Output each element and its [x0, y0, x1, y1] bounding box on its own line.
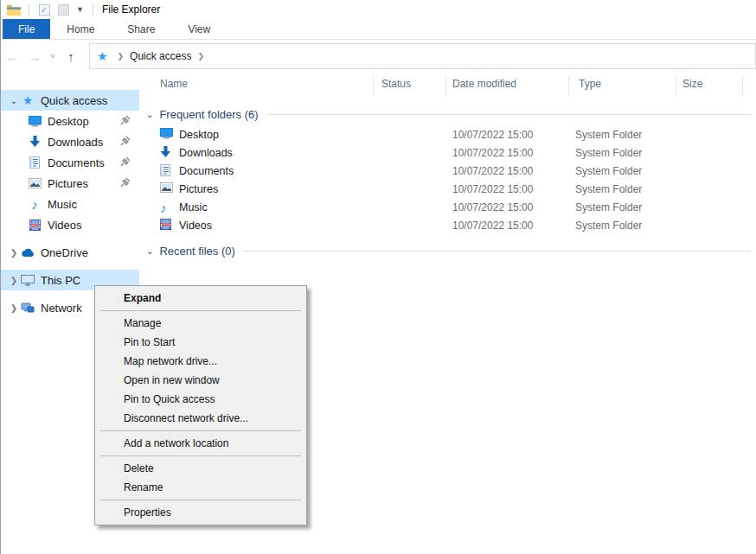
chevron-right-icon[interactable]: ❯: [8, 248, 20, 258]
sidebar-item-quick-access[interactable]: ⌄ ★ Quick access: [1, 90, 139, 111]
column-divider[interactable]: [568, 75, 569, 96]
group-header-recent-files[interactable]: ⌄ Recent files (0): [139, 243, 751, 258]
recent-locations-dropdown-icon[interactable]: ˅: [46, 52, 60, 60]
chevron-right-icon[interactable]: ❯: [8, 303, 20, 313]
titlebar-separator: [29, 3, 29, 16]
cell-name: Music: [179, 199, 208, 217]
cell-type: System Folder: [575, 126, 642, 144]
sidebar-item-label: Videos: [48, 219, 82, 232]
sidebar-item-label: This PC: [41, 274, 80, 287]
chevron-down-icon[interactable]: ⌄: [8, 96, 20, 105]
chevron-down-icon[interactable]: ⌄: [146, 110, 153, 119]
up-button[interactable]: ↑: [60, 49, 82, 64]
breadcrumb-chevron-icon[interactable]: ❯: [118, 52, 125, 60]
cell-date-modified: 10/07/2022 15:00: [452, 199, 533, 217]
sidebar-item-pictures[interactable]: Pictures: [1, 173, 139, 194]
file-explorer-window: ✓ ▼ File Explorer File Home Share View ←…: [0, 0, 756, 554]
sidebar-item-label: OneDrive: [41, 246, 88, 259]
this-pc-icon: [20, 273, 35, 287]
menu-item-delete[interactable]: Delete: [95, 459, 306, 478]
menu-item-rename[interactable]: Rename: [95, 478, 306, 497]
onedrive-icon: [20, 245, 35, 259]
group-header-frequent-folders[interactable]: ⌄ Frequent folders (6): [139, 106, 751, 122]
group-count: (0): [221, 245, 235, 258]
pictures-icon: [160, 182, 174, 196]
address-bar[interactable]: ★ ❯ Quick access ❯: [89, 43, 756, 69]
group-divider-line: [244, 251, 751, 252]
sidebar-item-documents[interactable]: Documents: [1, 152, 139, 173]
chevron-down-icon[interactable]: ⌄: [146, 246, 153, 256]
column-header-date-modified[interactable]: Date modified: [452, 73, 516, 96]
cell-name: Videos: [179, 217, 212, 235]
file-row-pictures[interactable]: Pictures 10/07/2022 15:00 System Folder: [139, 181, 756, 199]
quick-access-star-icon: ★: [97, 49, 108, 63]
videos-icon: [27, 218, 42, 232]
cell-date-modified: 10/07/2022 15:00: [452, 181, 533, 199]
menu-separator: [100, 500, 301, 500]
qat-customize-dropdown-icon[interactable]: ▼: [76, 5, 84, 14]
file-row-documents[interactable]: Documents 10/07/2022 15:00 System Folder: [139, 162, 756, 181]
file-row-desktop[interactable]: Desktop 10/07/2022 15:00 System Folder: [139, 126, 756, 144]
back-button[interactable]: ←: [1, 49, 23, 64]
documents-icon: [27, 156, 42, 169]
sidebar-item-label: Pictures: [48, 177, 88, 190]
cell-type: System Folder: [575, 144, 642, 162]
column-divider[interactable]: [445, 75, 446, 96]
cell-name: Documents: [179, 162, 234, 181]
file-row-downloads[interactable]: Downloads 10/07/2022 15:00 System Folder: [139, 144, 756, 162]
menu-item-pin-to-quick-access[interactable]: Pin to Quick access: [95, 390, 306, 409]
column-header-type[interactable]: Type: [579, 73, 601, 96]
ribbon-tab-bar: File Home Share View: [1, 19, 756, 40]
chevron-right-icon[interactable]: ❯: [8, 276, 20, 285]
tab-home[interactable]: Home: [50, 19, 111, 39]
sidebar-item-videos[interactable]: Videos: [1, 214, 139, 235]
menu-item-properties[interactable]: Properties: [95, 503, 306, 522]
menu-item-open-in-new-window[interactable]: Open in new window: [95, 371, 306, 390]
column-header-size[interactable]: Size: [682, 73, 702, 96]
menu-item-disconnect-network-drive[interactable]: Disconnect network drive...: [95, 409, 306, 428]
sidebar-item-downloads[interactable]: Downloads: [1, 131, 139, 152]
menu-item-expand[interactable]: Expand: [95, 289, 306, 308]
column-header-name[interactable]: Name: [160, 73, 188, 96]
cell-date-modified: 10/07/2022 15:00: [452, 162, 533, 181]
pictures-icon: [27, 176, 42, 190]
sidebar-item-onedrive[interactable]: ❯ OneDrive: [1, 242, 139, 263]
documents-icon: [160, 164, 174, 178]
menu-item-add-a-network-location[interactable]: Add a network location: [95, 434, 306, 453]
qat-new-folder-icon[interactable]: [56, 3, 70, 16]
titlebar-separator-2: [93, 3, 93, 16]
sidebar-item-label: Music: [48, 198, 77, 211]
tab-share[interactable]: Share: [111, 19, 171, 39]
sidebar-item-music[interactable]: ♪ Music: [1, 194, 139, 214]
menu-item-pin-to-start[interactable]: Pin to Start: [95, 333, 306, 352]
music-icon: ♪: [27, 197, 42, 211]
frequent-folders-rows: Desktop 10/07/2022 15:00 System Folder D…: [139, 126, 756, 235]
group-count: (6): [245, 108, 259, 121]
context-menu: Expand Manage Pin to Start Map network d…: [94, 285, 307, 525]
tab-file[interactable]: File: [3, 19, 50, 39]
column-divider[interactable]: [676, 75, 676, 96]
sidebar-item-label: Downloads: [48, 136, 103, 149]
menu-item-map-network-drive[interactable]: Map network drive...: [95, 352, 306, 371]
column-header-status[interactable]: Status: [381, 73, 411, 96]
qat-properties-icon[interactable]: ✓: [37, 3, 51, 16]
cell-date-modified: 10/07/2022 15:00: [452, 217, 533, 235]
breadcrumb-chevron-icon-2[interactable]: ❯: [197, 52, 204, 60]
window-title: File Explorer: [102, 3, 160, 16]
tab-view[interactable]: View: [171, 19, 227, 39]
column-divider[interactable]: [373, 75, 374, 96]
pin-icon: [120, 136, 131, 149]
breadcrumb-quick-access[interactable]: Quick access: [130, 50, 191, 62]
pin-icon: [120, 156, 131, 169]
downloads-icon: [27, 135, 42, 149]
forward-button[interactable]: →: [23, 49, 46, 64]
menu-separator: [100, 430, 301, 431]
column-divider[interactable]: [742, 75, 743, 96]
file-row-videos[interactable]: Videos 10/07/2022 15:00 System Folder: [139, 217, 756, 235]
cell-type: System Folder: [575, 217, 642, 235]
music-icon: ♪: [160, 201, 174, 214]
cell-name: Pictures: [179, 181, 218, 199]
menu-item-manage[interactable]: Manage: [95, 314, 306, 333]
file-row-music[interactable]: ♪ Music 10/07/2022 15:00 System Folder: [139, 199, 756, 217]
sidebar-item-desktop[interactable]: Desktop: [1, 111, 139, 131]
